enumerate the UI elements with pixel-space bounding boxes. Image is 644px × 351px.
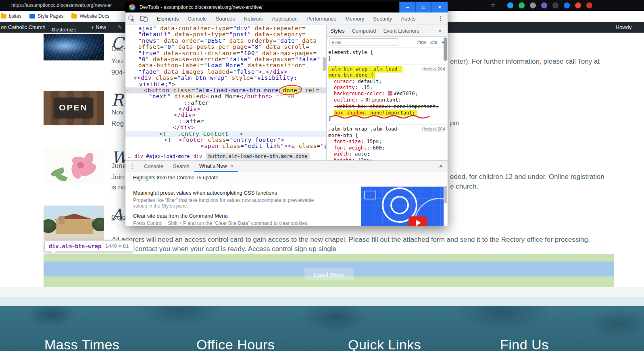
dom-tree-line[interactable]: "fade" data-images-loaded="false">…</div… bbox=[125, 69, 326, 75]
devtools-tab-application[interactable]: Application bbox=[267, 12, 302, 25]
breadcrumb-item[interactable]: div bbox=[194, 154, 202, 159]
dom-tree-line[interactable]: ▼<div class="alm-btn-wrap" style="visibi… bbox=[125, 75, 326, 81]
sidebar-tab-styles[interactable]: Styles bbox=[327, 28, 348, 34]
css-property[interactable]: font-size: 15px; bbox=[328, 139, 446, 145]
drawer-tab-what-s-new[interactable]: What's New× bbox=[194, 161, 238, 172]
browser-extension-icon[interactable] bbox=[552, 2, 559, 8]
dom-tree-line[interactable]: </div> bbox=[125, 112, 326, 118]
bookmark-item[interactable]: bsites bbox=[1, 13, 21, 19]
more-actions-icon[interactable]: ⋯ bbox=[126, 87, 129, 93]
css-property[interactable]: height: 42px; bbox=[328, 158, 446, 161]
browser-extension-icon[interactable] bbox=[541, 2, 547, 8]
device-toolbar-icon[interactable] bbox=[138, 13, 150, 24]
css-property[interactable]: box-shadow: none!important; bbox=[328, 110, 446, 116]
whats-new-video-thumbnail[interactable] bbox=[361, 187, 444, 226]
drawer-tab-search[interactable]: Search bbox=[168, 161, 194, 172]
devtools-tab-network[interactable]: Network bbox=[240, 12, 268, 25]
devtools-titlebar[interactable]: DevTools - assumptioncc.diocesanweb.org/… bbox=[125, 2, 448, 12]
dom-tree-line[interactable]: data-button-label="Load More" data-trans… bbox=[125, 62, 326, 69]
admin-site-name[interactable]: on Catholic Church bbox=[1, 24, 46, 30]
devtools-tab-security[interactable]: Security bbox=[369, 12, 396, 25]
dom-tree-line[interactable]: "next" disabled>Load More</button> == $0 bbox=[125, 93, 326, 100]
drawer-tab-console[interactable]: Console bbox=[139, 161, 168, 172]
css-property[interactable]: width: auto; bbox=[328, 151, 446, 157]
breadcrumb-item[interactable]: … bbox=[128, 154, 131, 159]
style-rule[interactable]: (index):204.alm-btn-wrap .alm-load-more-… bbox=[327, 64, 447, 125]
youtube-play-button[interactable] bbox=[408, 216, 427, 226]
bookmark-item[interactable]: Style Pages bbox=[29, 13, 63, 19]
styles-filter-input[interactable] bbox=[329, 38, 398, 46]
browser-extension-icon[interactable] bbox=[507, 2, 513, 8]
sidebar-tab-computed[interactable]: Computed bbox=[348, 28, 379, 34]
devtools-tab-sources[interactable]: Sources bbox=[211, 12, 240, 25]
stylesheet-source-link[interactable]: (index):204 bbox=[422, 126, 445, 132]
devtools-tab-audits[interactable]: Audits bbox=[396, 12, 420, 25]
dom-tree-line[interactable]: ⋯<button class="alm-load-more-btn more d… bbox=[125, 87, 326, 93]
color-swatch[interactable] bbox=[388, 91, 392, 96]
open-sign-image[interactable]: OPEN bbox=[44, 91, 104, 125]
sidebar-tab-event-listeners[interactable]: Event Listeners bbox=[379, 28, 423, 34]
inspect-element-icon[interactable] bbox=[125, 13, 138, 24]
css-property[interactable]: cursor: default; bbox=[328, 79, 446, 85]
browser-extension-icon[interactable] bbox=[586, 2, 592, 8]
dom-tree-line[interactable]: offset="0" data-posts-per-page="8" data-… bbox=[125, 44, 326, 50]
dom-tree-line[interactable]: ::after bbox=[125, 100, 326, 106]
load-more-button[interactable]: Load More bbox=[304, 268, 354, 280]
dom-tree-line[interactable]: <!--<footer class="entry-footer"> bbox=[125, 137, 326, 143]
dom-tree-line[interactable]: ::after bbox=[125, 118, 326, 125]
browser-extension-icon[interactable] bbox=[575, 2, 581, 8]
church-building-image[interactable] bbox=[44, 206, 104, 240]
stylesheet-source-link[interactable]: (index):204 bbox=[422, 66, 445, 72]
admin-new-button[interactable]: + New bbox=[91, 24, 106, 30]
devtools-tab-console[interactable]: Console bbox=[183, 12, 211, 25]
tab-close-icon[interactable]: × bbox=[230, 163, 233, 169]
drawer-scrollbar[interactable] bbox=[444, 186, 447, 204]
edit-pencil-icon[interactable]: ✎ bbox=[118, 24, 122, 30]
fiber-lights-image[interactable] bbox=[44, 34, 104, 60]
style-rule[interactable]: (index):204.alm-btn-wrap .alm-load-more-… bbox=[327, 125, 447, 160]
devtools-tab-memory[interactable]: Memory bbox=[341, 12, 369, 25]
dom-tree-line[interactable]: <!-- .entry-content --> bbox=[125, 131, 326, 137]
dom-tree-line[interactable]: <span class="edit-link"><a class="post- bbox=[125, 143, 326, 149]
css-property[interactable]: outline: ▶ 0!important; bbox=[328, 97, 446, 104]
css-property[interactable]: font-weight: 600; bbox=[328, 145, 446, 151]
dom-tree-line[interactable]: ajax" data-container-type="div" data-rep… bbox=[125, 25, 326, 31]
dom-tree-line[interactable]: "news" data-order="DESC" data-orderby="d… bbox=[125, 38, 326, 44]
class-toggle[interactable]: .cls bbox=[430, 39, 437, 45]
dom-tree[interactable]: ajax" data-container-type="div" data-rep… bbox=[125, 25, 326, 152]
dom-tree-line[interactable]: </div> bbox=[125, 125, 326, 131]
browser-extension-icon[interactable] bbox=[564, 2, 570, 8]
bookmark-star-icon[interactable]: ☆ bbox=[490, 2, 496, 9]
whats-new-item-title[interactable]: Clear site data from the Command Menu bbox=[133, 213, 335, 219]
pseudo-state-toggle[interactable]: :hov bbox=[417, 39, 426, 45]
close-button[interactable]: ✕ bbox=[431, 2, 448, 12]
drawer-close-icon[interactable]: × bbox=[434, 161, 448, 172]
css-property[interactable]: background-color: #ed7070; bbox=[328, 91, 446, 97]
bookmark-item[interactable]: Website Docs bbox=[71, 13, 109, 19]
url-text[interactable]: https://assumptioncc.diocesanweb.org/new… bbox=[11, 2, 112, 8]
dom-tree-line[interactable]: "0" data-pause-override="false" data-pau… bbox=[125, 56, 326, 62]
devtools-menu-icon[interactable]: ⋮ bbox=[434, 15, 448, 22]
more-tabs-icon[interactable]: » bbox=[439, 28, 447, 34]
admin-howdy[interactable]: Howdy, bbox=[616, 24, 633, 30]
dom-tree-line[interactable]: </div> bbox=[125, 106, 326, 112]
element-style-rule[interactable]: element.style {} bbox=[327, 48, 447, 64]
dom-tree-line[interactable]: "default" data-post-type="post" data-cat… bbox=[125, 31, 326, 37]
devtools-tab-performance[interactable]: Performance bbox=[302, 12, 341, 25]
dom-tree-line[interactable]: visible;"> bbox=[125, 81, 326, 87]
pink-flower-image[interactable] bbox=[44, 148, 104, 183]
maximize-button[interactable]: □ bbox=[415, 2, 431, 12]
drawer-menu-icon[interactable]: ⋮ bbox=[125, 161, 139, 172]
breadcrumb-item[interactable]: button.alm-load-more-btn.more.done bbox=[206, 153, 310, 160]
css-property[interactable]: -webkit-box-shadow: none!important; bbox=[328, 104, 446, 110]
devtools-tab-elements[interactable]: Elements bbox=[152, 12, 183, 25]
browser-extension-icon[interactable] bbox=[530, 2, 536, 8]
breadcrumb-item[interactable]: div #ajax-load-more bbox=[134, 154, 190, 159]
browser-extension-icon[interactable] bbox=[519, 2, 525, 8]
css-property[interactable]: opacity: .15; bbox=[328, 85, 446, 91]
whats-new-item-title[interactable]: Meaningful preset values when autocomple… bbox=[133, 190, 335, 196]
expand-arrow-icon[interactable]: ▶ bbox=[361, 98, 365, 102]
minimize-button[interactable]: ─ bbox=[399, 2, 415, 12]
styles-scrollbar[interactable] bbox=[444, 37, 447, 61]
dom-tree-line[interactable]: "true" data-scroll-distance="100" data-m… bbox=[125, 50, 326, 56]
